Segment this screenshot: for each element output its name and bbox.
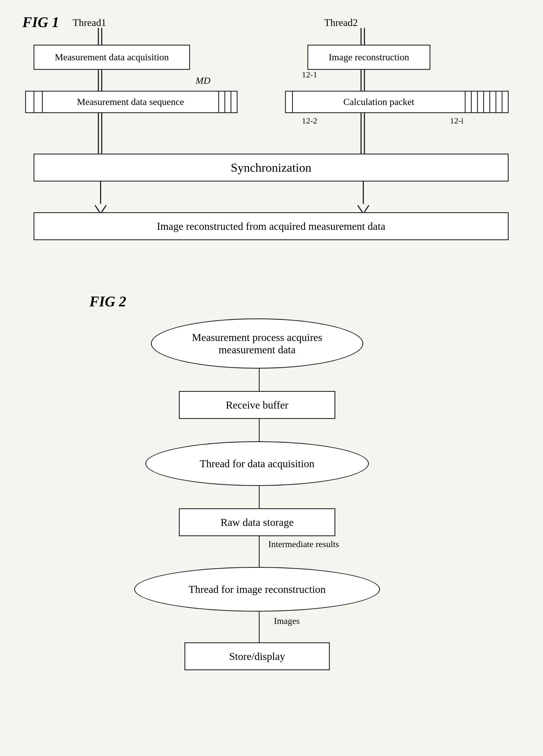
thread2-sync-connector	[361, 113, 365, 155]
thread1-label: Thread1	[73, 17, 106, 28]
thread2-label: Thread2	[324, 17, 358, 28]
index-12-1: 12-1	[302, 70, 317, 79]
ellipse-thread-recon: Thread for image reconstruction	[134, 567, 380, 612]
md-label: MD	[196, 75, 210, 86]
sync-box: Synchronization	[34, 154, 509, 182]
fig2-label: FIG 2	[89, 293, 126, 310]
rect-receive-buffer: Receive buffer	[179, 391, 335, 419]
intermediate-results-label: Intermediate results	[268, 539, 339, 549]
rect-store-display: Store/display	[184, 642, 330, 670]
rect-raw-data: Raw data storage	[179, 508, 335, 536]
result-box: Image reconstructed from acquired measur…	[34, 212, 509, 240]
image-recon-box: Image reconstruction	[308, 45, 430, 70]
thread2-top-connector	[361, 28, 365, 45]
meas-acq-box: Measurement data acquisition	[34, 45, 190, 70]
index-12-2: 12-2	[302, 116, 317, 125]
arrow4	[256, 536, 262, 572]
fig2-diagram: FIG 2 Measurement process acquires measu…	[17, 290, 520, 756]
index-12-i: 12-i	[450, 116, 463, 125]
calc-packet-bar: Calculation packet	[285, 91, 509, 113]
left-arrow-sync	[94, 182, 108, 215]
thread2-mid-connector	[361, 70, 365, 92]
arrow5	[256, 612, 262, 647]
fig1-diagram: FIG 1 Thread1 Thread2 Measurement data a…	[17, 11, 520, 263]
right-arrow-sync	[356, 182, 370, 215]
calc-packet-label: Calculation packet	[293, 97, 465, 107]
ellipse-thread-acq: Thread for data acquisition	[145, 441, 369, 486]
meas-seq-bar: Measurement data sequence	[25, 91, 237, 113]
meas-seq-label: Measurement data sequence	[43, 97, 218, 107]
images-label: Images	[274, 616, 300, 626]
thread1-mid-connector	[98, 70, 102, 92]
fig1-label: FIG 1	[22, 14, 59, 30]
thread1-top-connector	[98, 28, 102, 45]
thread1-sync-connector	[98, 113, 102, 155]
ellipse-meas-process: Measurement process acquires measurement…	[151, 318, 363, 369]
